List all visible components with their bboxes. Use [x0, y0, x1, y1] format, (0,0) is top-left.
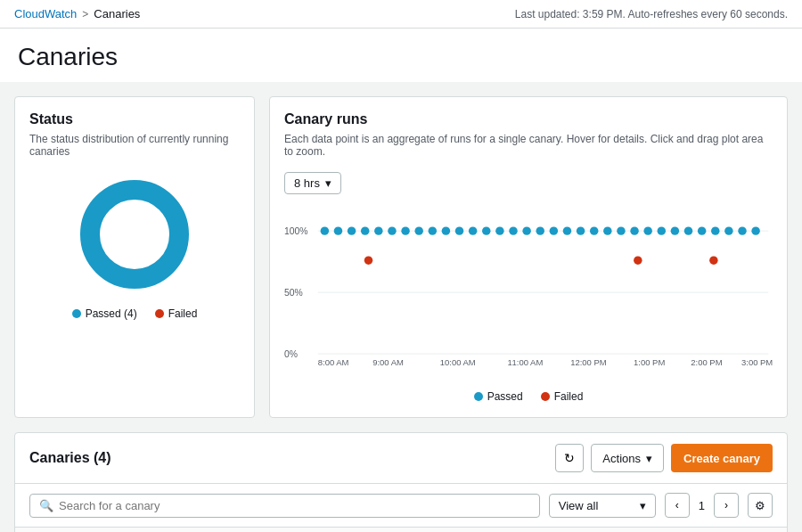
svg-point-21	[388, 226, 396, 234]
donut-container: Passed (4) Failed	[29, 172, 240, 320]
top-panels: Status The status distribution of curren…	[14, 96, 788, 418]
legend-failed: Failed	[155, 307, 198, 320]
canary-runs-subtitle: Each data point is an aggregate of runs …	[284, 133, 773, 158]
top-nav: CloudWatch > Canaries Last updated: 3:59…	[0, 0, 802, 29]
chart-legend-passed: Passed	[474, 390, 523, 403]
legend-passed: Passed (4)	[72, 307, 137, 320]
svg-text:1:00 PM: 1:00 PM	[634, 357, 665, 367]
time-selector-label: 8 hrs	[294, 176, 320, 190]
table-controls: ↻ Actions ▾ Create canary	[555, 444, 773, 472]
svg-text:0%: 0%	[284, 349, 298, 359]
canaries-table-panel: Canaries (4) ↻ Actions ▾ Create canary 🔍	[14, 432, 788, 532]
donut-chart	[72, 172, 197, 297]
status-panel-title: Status	[29, 111, 240, 127]
svg-point-44	[698, 226, 706, 234]
svg-text:12:00 PM: 12:00 PM	[570, 357, 607, 367]
time-selector[interactable]: 8 hrs ▾	[284, 172, 341, 194]
svg-point-22	[401, 226, 409, 234]
prev-page-button[interactable]: ‹	[665, 493, 690, 518]
svg-point-26	[455, 226, 463, 234]
svg-point-31	[522, 226, 530, 234]
svg-text:9:00 AM: 9:00 AM	[372, 357, 404, 367]
svg-point-36	[590, 226, 598, 234]
chart-svg: 100% 50% 0% 8:00 AM 9:00 AM 10:00 AM 11:…	[284, 205, 773, 383]
svg-point-19	[361, 226, 369, 234]
svg-point-48	[751, 226, 759, 234]
view-all-select[interactable]: View all ▾	[549, 494, 656, 518]
content-area: Status The status distribution of curren…	[0, 82, 802, 532]
breadcrumb-separator: >	[82, 8, 88, 20]
donut-legend: Passed (4) Failed	[72, 307, 198, 320]
table-title: Canaries (4)	[29, 450, 111, 466]
search-input[interactable]	[59, 499, 530, 512]
svg-point-43	[684, 226, 692, 234]
chart-failed-label: Failed	[554, 390, 584, 403]
svg-point-50	[634, 256, 642, 264]
create-canary-button[interactable]: Create canary	[671, 444, 773, 472]
col-name: Name ▽	[56, 528, 247, 532]
svg-point-32	[536, 226, 544, 234]
svg-point-29	[495, 226, 503, 234]
svg-point-45	[711, 226, 719, 234]
svg-point-47	[738, 226, 746, 234]
page-number: 1	[693, 499, 710, 512]
page-header: Canaries	[0, 29, 802, 82]
svg-point-46	[724, 226, 732, 234]
passed-label: Passed (4)	[86, 307, 137, 320]
col-state: State ▽	[608, 528, 700, 532]
breadcrumb: CloudWatch > Canaries	[14, 7, 140, 20]
last-updated-text: Last updated: 3:59 PM. Auto-refreshes ev…	[515, 8, 788, 20]
svg-point-23	[414, 226, 422, 234]
refresh-button[interactable]: ↻	[555, 444, 584, 472]
chart-passed-dot	[474, 392, 483, 401]
svg-point-16	[321, 226, 329, 234]
breadcrumb-cloudwatch[interactable]: CloudWatch	[14, 7, 77, 20]
svg-text:50%: 50%	[284, 288, 303, 298]
chart-legend: Passed Failed	[284, 390, 773, 403]
svg-text:11:00 AM: 11:00 AM	[507, 357, 543, 367]
time-selector-arrow: ▾	[325, 176, 331, 190]
svg-point-0	[90, 190, 179, 279]
actions-label: Actions	[602, 452, 641, 465]
col-radio	[15, 528, 56, 532]
settings-button[interactable]: ⚙	[748, 493, 773, 518]
svg-point-41	[658, 226, 666, 234]
next-page-button[interactable]: ›	[714, 493, 739, 518]
svg-point-18	[348, 226, 356, 234]
view-all-label: View all	[559, 499, 599, 512]
svg-point-34	[563, 226, 571, 234]
search-box[interactable]: 🔍	[29, 494, 540, 518]
actions-button[interactable]: Actions ▾	[591, 444, 664, 472]
col-last-run: Last run ▼	[247, 528, 358, 532]
svg-point-49	[364, 256, 372, 264]
search-icon: 🔍	[39, 499, 53, 512]
pagination: ‹ 1 ›	[665, 493, 739, 518]
failed-dot	[155, 309, 164, 318]
svg-point-39	[630, 226, 638, 234]
svg-point-38	[617, 226, 625, 234]
col-created: Created ▽	[487, 528, 607, 532]
svg-point-37	[603, 226, 611, 234]
chart-area: 100% 50% 0% 8:00 AM 9:00 AM 10:00 AM 11:…	[284, 205, 773, 383]
svg-point-20	[374, 226, 382, 234]
svg-text:2:00 PM: 2:00 PM	[691, 357, 722, 367]
page-title: Canaries	[18, 43, 784, 71]
failed-label: Failed	[168, 307, 198, 320]
canary-runs-panel: Canary runs Each data point is an aggreg…	[269, 96, 788, 418]
refresh-icon: ↻	[564, 451, 575, 465]
svg-text:3:00 PM: 3:00 PM	[741, 357, 773, 367]
svg-point-42	[671, 226, 679, 234]
svg-point-40	[643, 226, 651, 234]
svg-point-25	[442, 226, 450, 234]
chart-failed-dot	[541, 392, 550, 401]
canary-runs-title: Canary runs	[284, 111, 773, 127]
svg-text:10:00 AM: 10:00 AM	[440, 357, 476, 367]
canaries-table: Name ▽ Last run ▼ Success % ▽	[15, 528, 787, 532]
actions-arrow-icon: ▾	[646, 452, 652, 465]
search-filter-row: 🔍 View all ▾ ‹ 1 › ⚙	[15, 484, 787, 528]
svg-point-24	[429, 226, 437, 234]
view-all-arrow-icon: ▾	[640, 499, 646, 512]
breadcrumb-canaries: Canaries	[94, 7, 140, 20]
svg-point-33	[550, 226, 558, 234]
svg-point-28	[482, 226, 490, 234]
